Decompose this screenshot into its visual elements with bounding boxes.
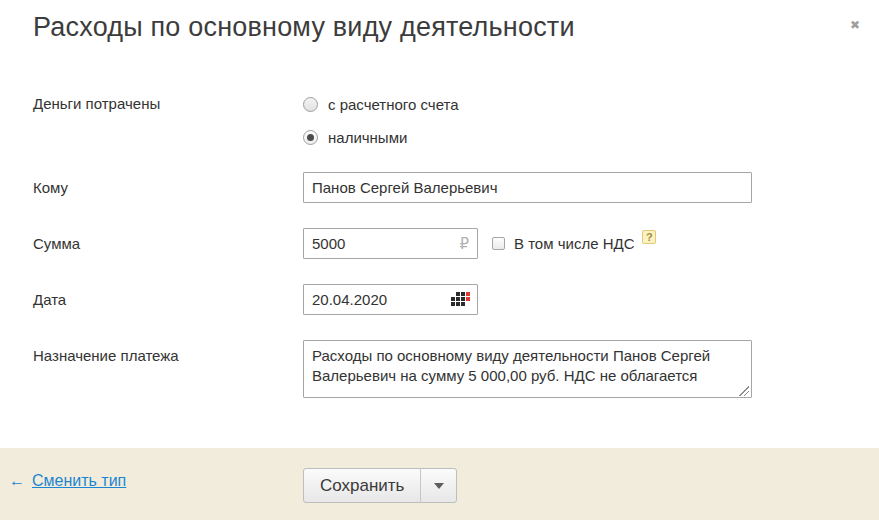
- vat-checkbox-label[interactable]: В том числе НДС: [514, 235, 634, 252]
- vat-checkbox[interactable]: [492, 237, 505, 250]
- purpose-label: Назначение платежа: [33, 346, 179, 366]
- calendar-icon[interactable]: [451, 292, 470, 310]
- radio-option-cash-label: наличными: [328, 129, 407, 146]
- dialog-footer: ← Сменить тип Сохранить: [0, 448, 879, 520]
- vat-group: В том числе НДС ?: [492, 228, 656, 259]
- amount-input[interactable]: [303, 228, 478, 259]
- radio-option-cash[interactable]: наличными: [303, 126, 459, 148]
- help-icon[interactable]: ?: [642, 230, 656, 244]
- change-type-link[interactable]: Сменить тип: [32, 472, 126, 490]
- save-button[interactable]: Сохранить: [304, 469, 421, 502]
- change-type-group: ← Сменить тип: [9, 472, 126, 490]
- expense-dialog: Расходы по основному виду деятельности ✖…: [0, 0, 879, 520]
- save-dropdown-button[interactable]: [421, 469, 456, 502]
- radio-button-icon[interactable]: [303, 97, 318, 112]
- back-arrow-icon: ←: [9, 472, 25, 490]
- money-spent-options: с расчетного счета наличными: [303, 93, 459, 148]
- radio-button-icon[interactable]: [303, 130, 318, 145]
- amount-label: Сумма: [33, 228, 80, 259]
- close-icon[interactable]: ✖: [846, 16, 864, 34]
- recipient-label: Кому: [33, 172, 68, 203]
- radio-option-from-account-label: с расчетного счета: [328, 96, 459, 113]
- date-label: Дата: [33, 284, 66, 315]
- page-title: Расходы по основному виду деятельности: [33, 12, 575, 43]
- save-split-button: Сохранить: [303, 468, 457, 503]
- chevron-down-icon: [434, 483, 444, 489]
- radio-option-from-account[interactable]: с расчетного счета: [303, 93, 459, 115]
- recipient-input[interactable]: [303, 172, 752, 203]
- purpose-textarea[interactable]: Расходы по основному виду деятельности П…: [303, 340, 752, 398]
- money-spent-label: Деньги потрачены: [33, 94, 160, 114]
